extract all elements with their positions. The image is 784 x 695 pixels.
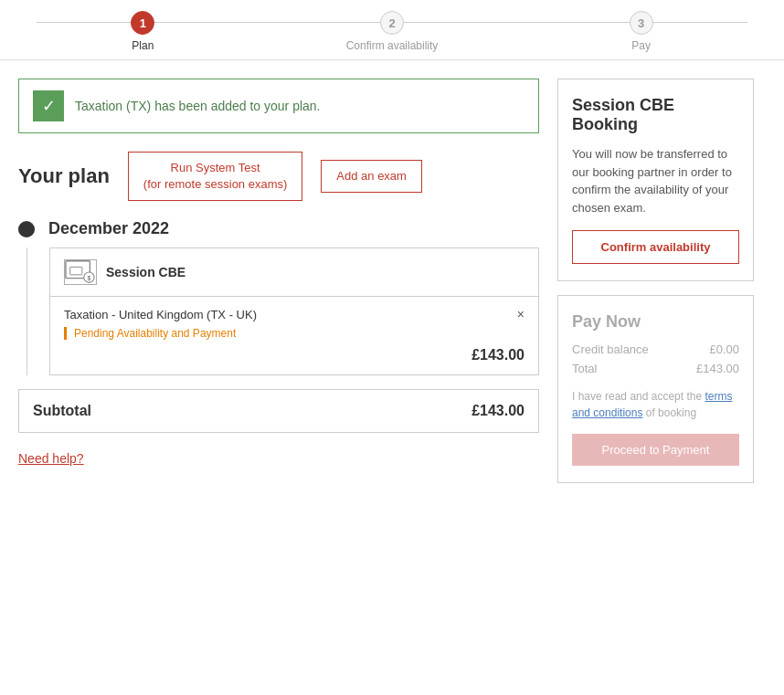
exam-name: Taxation - United Kingdom (TX - UK) [64,308,257,321]
notification-text: Taxation (TX) has been added to your pla… [75,99,321,113]
run-system-test-line2: (for remote session exams) [143,177,288,191]
subtotal-label: Subtotal [33,403,91,419]
need-help[interactable]: Need help? [18,451,539,466]
run-system-test-line1: Run System Test [171,161,260,174]
add-exam-button[interactable]: Add an exam [321,160,422,193]
success-icon: ✓ [33,90,64,121]
booking-card-title: Session CBE Booking [572,96,739,134]
booking-card: Session CBE Booking You will now be tran… [557,79,754,281]
step-label-plan: Plan [132,39,154,52]
pay-card-title: Pay Now [572,312,739,332]
credit-balance-row: Credit balance £0.00 [572,342,739,356]
session-cbe-card: $ Session CBE Taxation - United Kingdom … [49,247,539,375]
run-system-test-button[interactable]: Run System Test (for remote session exam… [128,152,303,201]
pay-card: Pay Now Credit balance £0.00 Total £143.… [557,295,754,483]
exam-price: £143.00 [64,347,524,363]
booking-card-description: You will now be transferred to our booki… [572,145,739,216]
step-label-confirm: Confirm availability [346,39,439,52]
exam-item: Taxation - United Kingdom (TX - UK) × Pe… [50,297,538,374]
plan-title: Your plan [18,164,110,188]
exam-card-wrapper: $ Session CBE Taxation - United Kingdom … [49,247,539,375]
success-notification: ✓ Taxation (TX) has been added to your p… [18,79,539,133]
right-panel: Session CBE Booking You will now be tran… [557,79,754,483]
step-circle-2: 2 [380,11,404,35]
step-number-1: 1 [140,16,146,30]
subtotal-row: Subtotal £143.00 [18,389,539,433]
vertical-line [26,247,27,375]
month-section-december: December 2022 $ [18,219,539,375]
credit-balance-value: £0.00 [709,342,739,356]
exam-card-header: $ Session CBE [50,248,538,297]
tac-text: I have read and accept the terms and con… [572,388,739,421]
left-panel: ✓ Taxation (TX) has been added to your p… [18,79,539,483]
step-label-pay: Pay [631,39,651,52]
subtotal-amount: £143.00 [471,403,524,419]
pay-total-value: £143.00 [696,362,739,375]
svg-text:$: $ [88,275,91,281]
step-number-2: 2 [388,16,395,30]
step-circle-1: 1 [131,11,154,35]
step-plan: 1 Plan [18,11,268,52]
confirm-availability-button[interactable]: Confirm availability [572,230,739,264]
tac-prefix: I have read and accept the [572,390,705,403]
add-exam-label: Add an exam [336,169,407,183]
tac-suffix: of booking [642,406,696,419]
month-row: December 2022 [18,219,539,238]
pending-label: Pending Availability and Payment [64,327,524,340]
plan-header: Your plan Run System Test (for remote se… [18,152,539,201]
pay-total-label: Total [572,362,597,375]
pay-total-row: Total £143.00 [572,362,739,375]
remove-exam-button[interactable]: × [517,308,524,321]
step-number-3: 3 [638,16,644,30]
month-label: December 2022 [48,219,169,238]
session-cbe-icon: $ [64,259,97,285]
session-cbe-label: Session CBE [106,265,185,279]
month-and-card: $ Session CBE Taxation - United Kingdom … [18,247,539,375]
month-dot [18,221,35,237]
svg-rect-1 [70,268,82,276]
exam-item-row: Taxation - United Kingdom (TX - UK) × [64,308,524,321]
step-confirm: 2 Confirm availability [268,11,517,52]
step-pay: 3 Pay [516,11,766,52]
credit-balance-label: Credit balance [572,342,649,356]
step-circle-3: 3 [630,11,653,35]
progress-bar: 1 Plan 2 Confirm availability 3 Pay [0,0,784,60]
proceed-to-payment-button[interactable]: Proceed to Payment [572,434,739,466]
need-help-link[interactable]: Need help? [18,451,84,466]
